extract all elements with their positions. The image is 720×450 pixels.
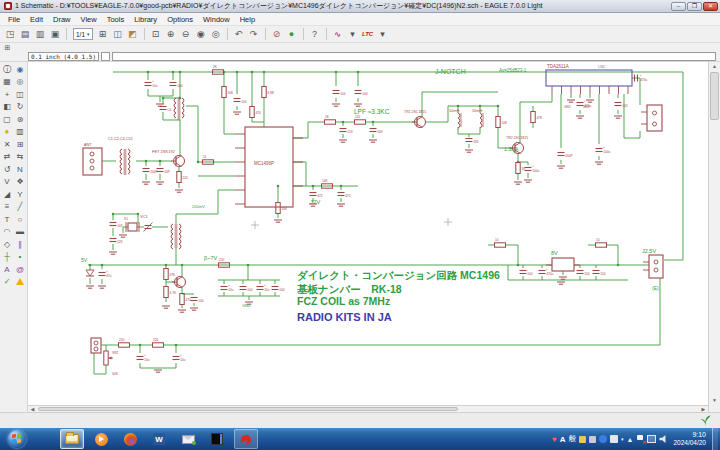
tool-junction-icon[interactable]: • <box>14 251 26 263</box>
tool-replace-icon[interactable]: ↺ <box>1 163 13 175</box>
sheet-button[interactable]: ◫ <box>111 27 125 41</box>
schematic-canvas[interactable]: 2K10K4706.8K512201K22010K10K10K47K1K1010… <box>28 62 708 405</box>
ltspice-button[interactable]: LTC <box>361 27 375 41</box>
taskbar-firefox[interactable] <box>118 429 142 449</box>
stop-button[interactable]: ⊘ <box>270 27 284 41</box>
start-button[interactable] <box>8 430 26 448</box>
tool-gateswap-icon[interactable]: ⇆ <box>14 151 26 163</box>
ltspice-dropdown[interactable]: ▾ <box>376 27 390 41</box>
scroll-down-arrow[interactable]: ▼ <box>709 396 720 405</box>
ulp-dropdown[interactable]: ▾ <box>346 27 360 41</box>
menu-draw[interactable]: Draw <box>48 15 76 24</box>
close-button[interactable]: ✕ <box>703 2 718 11</box>
scroll-up-arrow[interactable]: ▲ <box>709 62 720 71</box>
horizontal-scrollbar[interactable]: ◀ ▶ <box>28 405 708 412</box>
ime-tools-icon[interactable] <box>589 436 596 443</box>
tool-paste-icon[interactable]: ▥ <box>14 126 26 138</box>
tool-text-icon[interactable]: T <box>1 213 13 225</box>
tool-mirror-icon[interactable]: ◧ <box>1 101 13 113</box>
tool-info-icon[interactable]: ⓘ <box>1 63 13 75</box>
menu-library[interactable]: Library <box>129 15 162 24</box>
ime-toolbar-icon[interactable] <box>579 436 586 443</box>
taskbar-red-bird-app[interactable] <box>234 429 258 449</box>
menu-window[interactable]: Window <box>198 15 235 24</box>
taskbar-mail[interactable] <box>176 429 200 449</box>
horizontal-scroll-thumb[interactable] <box>38 407 458 411</box>
tool-arc-icon[interactable]: ◠ <box>1 226 13 238</box>
zoom-select-button[interactable]: ◎ <box>209 27 223 41</box>
action-center-flag-icon[interactable] <box>636 435 644 444</box>
save-button[interactable]: ▤ <box>18 27 32 41</box>
ulp-button[interactable]: ∿ <box>331 27 345 41</box>
minimize-button[interactable]: – <box>671 2 686 11</box>
zoom-out-button[interactable]: ⊖ <box>179 27 193 41</box>
tool-smash-icon[interactable]: ❖ <box>14 176 26 188</box>
tool-group-icon[interactable]: ▢ <box>1 113 13 125</box>
export-image-button[interactable]: ▣ <box>48 27 62 41</box>
taskbar-internet-explorer[interactable] <box>31 429 55 449</box>
taskbar-black-app[interactable] <box>205 429 229 449</box>
tool-attribute-icon[interactable]: @ <box>14 263 26 275</box>
caps-kana-indicator[interactable] <box>610 435 618 443</box>
bluetooth-icon[interactable] <box>599 435 607 443</box>
menu-options[interactable]: Options <box>162 15 198 24</box>
tool-display-icon[interactable]: ▦ <box>1 76 13 88</box>
redo-button[interactable]: ↷ <box>247 27 261 41</box>
menu-view[interactable]: View <box>76 15 102 24</box>
menu-file[interactable]: File <box>3 15 25 24</box>
tool-rect-icon[interactable]: ▬ <box>14 226 26 238</box>
zoom-fit-button[interactable]: ⊡ <box>149 27 163 41</box>
tool-miter-icon[interactable]: ◢ <box>1 188 13 200</box>
ime-kind-indicator[interactable]: 般 <box>569 434 577 444</box>
vertical-scrollbar[interactable]: ▲ ▼ <box>708 62 720 412</box>
ime-mode-indicator[interactable]: A <box>560 435 566 444</box>
hidden-icons-arrow[interactable]: ▲ <box>627 436 634 443</box>
taskbar-media-player[interactable] <box>89 429 113 449</box>
vertical-scroll-thumb[interactable] <box>710 72 719 120</box>
network-icon[interactable] <box>647 435 656 443</box>
tool-pinswap-icon[interactable]: ⇄ <box>1 151 13 163</box>
menu-edit[interactable]: Edit <box>25 15 48 24</box>
open-button[interactable]: ◳ <box>3 27 17 41</box>
tool-show-icon[interactable]: ◉ <box>14 63 26 75</box>
tool-change-icon[interactable]: ⊛ <box>14 113 26 125</box>
tray-heart-icon[interactable]: ♥ <box>552 435 557 444</box>
grid-settings-button[interactable]: ⊞ <box>2 43 13 52</box>
go-button[interactable]: ● <box>285 27 299 41</box>
print-button[interactable]: ▥ <box>33 27 47 41</box>
clock[interactable]: 9:10 2024/04/20 <box>673 431 706 448</box>
tool-polygon-icon[interactable]: ◇ <box>1 238 13 250</box>
ime-dropdown-icon[interactable]: ▾ <box>621 436 624 442</box>
tool-name-icon[interactable]: N <box>14 163 26 175</box>
tool-invoke-icon[interactable]: ≡ <box>1 201 13 213</box>
taskbar-word[interactable]: W <box>147 429 171 449</box>
tool-wire-icon[interactable]: ╱ <box>14 201 26 213</box>
grid-button[interactable]: ⊞ <box>96 27 110 41</box>
zoom-in-button[interactable]: ⊕ <box>164 27 178 41</box>
taskbar-explorer-folder[interactable] <box>60 429 84 449</box>
tool-add-icon[interactable]: ⊞ <box>14 138 26 150</box>
tool-move-icon[interactable]: + <box>1 88 13 100</box>
show-desktop-button[interactable] <box>712 428 718 450</box>
zoom-redraw-button[interactable]: ◉ <box>194 27 208 41</box>
tool-erc-icon[interactable]: ✓ <box>1 276 13 288</box>
help-button[interactable]: ? <box>308 27 322 41</box>
menu-help[interactable]: Help <box>235 15 260 24</box>
tool-circle-icon[interactable]: ○ <box>14 213 26 225</box>
tool-label-icon[interactable]: A <box>1 263 13 275</box>
tool-cut-icon[interactable]: ● <box>1 126 13 138</box>
tool-rotate-icon[interactable]: ↻ <box>14 101 26 113</box>
undo-button[interactable]: ↶ <box>232 27 246 41</box>
command-line-input[interactable] <box>112 52 716 61</box>
tool-split-icon[interactable]: Y <box>14 188 26 200</box>
maximize-button[interactable]: ❐ <box>687 2 702 11</box>
tool-value-icon[interactable]: V <box>1 176 13 188</box>
tool-copy-icon[interactable]: ◫ <box>14 88 26 100</box>
tool-net-icon[interactable]: ┼ <box>1 251 13 263</box>
volume-icon[interactable] <box>659 435 667 443</box>
tool-delete-icon[interactable]: ✕ <box>1 138 13 150</box>
zoom-level-combo[interactable]: 1/1▾ <box>73 28 93 40</box>
tool-errors-icon[interactable] <box>14 276 26 288</box>
tool-bus-icon[interactable]: ∥ <box>14 238 26 250</box>
menu-tools[interactable]: Tools <box>102 15 130 24</box>
